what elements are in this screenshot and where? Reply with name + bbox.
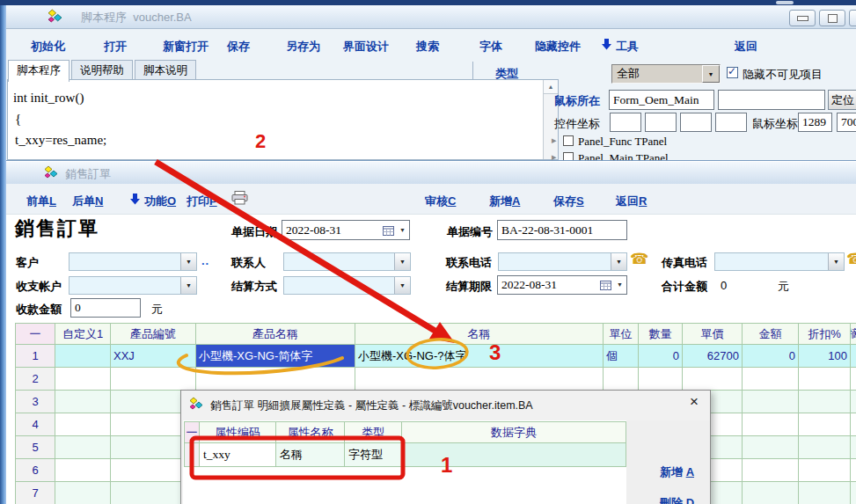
- row-number-cell[interactable]: 2: [16, 368, 55, 391]
- mouse-in-field[interactable]: Form_Oem_Main: [609, 90, 714, 110]
- table-cell[interactable]: 62700: [683, 345, 743, 368]
- dropdown-arrow-icon[interactable]: ▼: [617, 281, 623, 289]
- table-cell[interactable]: 小型機-XG-NG-?体字: [355, 345, 604, 368]
- tree-checkbox[interactable]: [563, 135, 574, 146]
- menu-item-save-as[interactable]: 另存为: [286, 39, 320, 55]
- table-cell[interactable]: [851, 413, 856, 436]
- control-x2-field[interactable]: [680, 113, 712, 132]
- received-field[interactable]: 0: [70, 298, 141, 318]
- dropdown-arrow-icon[interactable]: ▼: [399, 227, 406, 234]
- customer-combo[interactable]: ▼: [69, 252, 197, 271]
- table-cell[interactable]: [55, 459, 111, 482]
- table-cell[interactable]: [604, 368, 639, 391]
- minimize-button[interactable]: [789, 10, 816, 26]
- prev-order-button[interactable]: 前单L: [26, 194, 56, 209]
- dialog-close-button[interactable]: ×: [690, 393, 699, 411]
- table-cell[interactable]: 100: [799, 345, 851, 368]
- table-cell[interactable]: [196, 368, 355, 391]
- dialog-add-button[interactable]: 新增 A: [660, 464, 694, 480]
- printer-icon[interactable]: [231, 191, 248, 205]
- settle-combo[interactable]: ▼: [283, 276, 411, 295]
- contact-combo[interactable]: ▼: [283, 252, 411, 271]
- table-cell[interactable]: [799, 459, 851, 482]
- table-cell[interactable]: [851, 345, 856, 368]
- dropdown-arrow-icon[interactable]: ▼: [611, 253, 626, 270]
- table-cell[interactable]: [402, 443, 626, 467]
- row-number-cell[interactable]: 5: [16, 436, 55, 459]
- table-cell[interactable]: 個: [604, 345, 639, 368]
- row-number-cell[interactable]: [185, 443, 200, 467]
- order-window-titlebar[interactable]: 銷售訂單: [6, 162, 856, 185]
- menu-item-initialize[interactable]: 初始化: [31, 39, 65, 55]
- table-cell[interactable]: [851, 368, 856, 391]
- row-number-cell[interactable]: 4: [16, 413, 55, 436]
- row-number-cell[interactable]: 7: [16, 482, 55, 504]
- tab-script[interactable]: 脚本程序: [8, 60, 70, 82]
- dropdown-arrow-icon[interactable]: ▼: [180, 253, 196, 270]
- table-cell[interactable]: [55, 391, 111, 413]
- table-cell[interactable]: [851, 482, 856, 504]
- table-cell[interactable]: [851, 391, 856, 413]
- close-button[interactable]: [849, 10, 856, 26]
- audit-button[interactable]: 审核C: [425, 194, 456, 209]
- control-y1-field[interactable]: [645, 113, 677, 132]
- table-cell[interactable]: [799, 482, 851, 504]
- control-y2-field[interactable]: [715, 113, 747, 132]
- menu-item-open[interactable]: 打开: [104, 39, 127, 55]
- dropdown-arrow-icon[interactable]: ▼: [828, 253, 844, 270]
- calendar-icon[interactable]: [383, 225, 394, 236]
- menu-item-hide-controls[interactable]: 隐藏控件: [535, 39, 581, 55]
- scroll-up-icon[interactable]: ▲: [544, 80, 558, 94]
- table-cell[interactable]: [55, 436, 111, 459]
- customer-more-link[interactable]: ..: [201, 254, 209, 267]
- maximize-button[interactable]: [819, 10, 845, 26]
- locate-button[interactable]: 定位: [828, 90, 856, 110]
- table-cell[interactable]: [55, 413, 111, 436]
- fax-combo[interactable]: ▼: [714, 252, 845, 271]
- table-cell[interactable]: [743, 413, 799, 436]
- table-cell[interactable]: [55, 482, 111, 504]
- table-cell[interactable]: [683, 368, 743, 391]
- add-button[interactable]: 新增A: [489, 194, 520, 209]
- table-cell[interactable]: [743, 436, 799, 459]
- row-number-cell[interactable]: 1: [16, 345, 55, 368]
- mouse-x-field[interactable]: 1289: [798, 113, 832, 132]
- control-x1-field[interactable]: [610, 113, 641, 132]
- hide-invisible-checkbox[interactable]: ✓: [727, 67, 738, 78]
- tree-item[interactable]: Panel_Func TPanel: [578, 135, 667, 149]
- account-combo[interactable]: ▼: [69, 276, 197, 295]
- table-cell[interactable]: [743, 391, 799, 413]
- table-cell[interactable]: [799, 436, 851, 459]
- table-cell[interactable]: 0: [639, 345, 683, 368]
- menu-item-ui-design[interactable]: 界面设计: [343, 39, 389, 55]
- order-no-field[interactable]: BA-22-08-31-0001: [497, 220, 627, 240]
- table-cell[interactable]: XXJ: [111, 345, 196, 368]
- functions-button[interactable]: 功能O: [144, 194, 176, 209]
- row-number-cell[interactable]: 3: [16, 391, 55, 413]
- phone-icon[interactable]: ☎: [630, 250, 648, 268]
- table-cell[interactable]: 字符型: [345, 443, 402, 467]
- menu-item-font[interactable]: 字体: [479, 39, 502, 55]
- dropdown-arrow-icon[interactable]: ▼: [394, 277, 410, 294]
- dropdown-arrow-icon[interactable]: ▼: [702, 65, 720, 83]
- table-cell[interactable]: [639, 368, 683, 391]
- tree-expander-icon[interactable]: ▸: [552, 135, 557, 146]
- mouse-y-field[interactable]: 700: [837, 113, 856, 132]
- tab-help[interactable]: 说明帮助: [71, 60, 133, 80]
- script-window-titlebar[interactable]: 脚本程序 voucher.BA: [6, 5, 856, 29]
- table-cell[interactable]: [355, 368, 604, 391]
- menu-item-open-new-window[interactable]: 新窗打开: [163, 39, 209, 55]
- table-cell[interactable]: [799, 391, 851, 413]
- dialog-delete-button[interactable]: 刪除 D: [660, 495, 694, 504]
- dropdown-arrow-icon[interactable]: ▼: [180, 277, 196, 294]
- table-cell[interactable]: 名稱: [276, 443, 345, 467]
- menu-item-save[interactable]: 保存: [227, 39, 250, 55]
- mouse-in-field2[interactable]: [718, 90, 825, 110]
- table-cell[interactable]: [851, 459, 856, 482]
- type-dropdown[interactable]: 全部 ▼: [611, 64, 721, 84]
- table-cell[interactable]: [743, 482, 799, 504]
- tab-script-notes[interactable]: 脚本说明: [135, 60, 196, 80]
- table-cell[interactable]: 0: [743, 345, 799, 368]
- table-cell[interactable]: [111, 368, 196, 391]
- menu-item-search[interactable]: 搜索: [416, 39, 439, 55]
